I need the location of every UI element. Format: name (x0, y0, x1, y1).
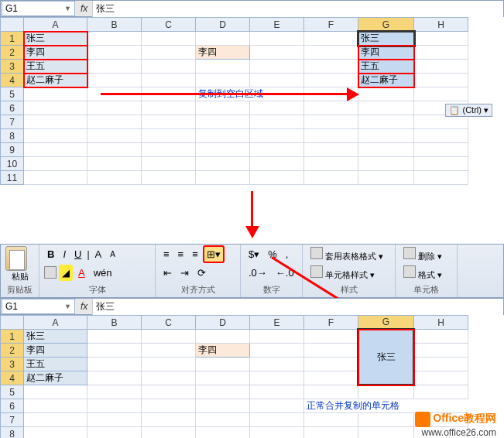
italic-button[interactable]: I (60, 246, 69, 262)
cell[interactable] (142, 344, 196, 358)
cell[interactable] (142, 60, 196, 74)
underline-button[interactable]: U (71, 246, 84, 262)
cell[interactable]: 赵二麻子 (24, 74, 87, 87)
cell[interactable] (304, 157, 358, 171)
cell[interactable] (358, 157, 414, 171)
cell[interactable] (250, 344, 304, 358)
cell[interactable] (196, 399, 250, 413)
cell[interactable] (196, 101, 250, 115)
indent-decrease-button[interactable]: ⇤ (160, 265, 175, 281)
cell[interactable] (196, 413, 250, 427)
cell[interactable] (196, 171, 250, 185)
cell[interactable] (304, 74, 358, 87)
font-grow-button[interactable]: A (92, 246, 105, 262)
cell[interactable] (87, 115, 142, 129)
cell[interactable] (24, 427, 87, 439)
col-header[interactable]: F (304, 316, 358, 330)
align-center-button[interactable]: ≡ (175, 246, 187, 262)
cell[interactable] (24, 385, 87, 399)
cell[interactable] (196, 385, 250, 399)
cell[interactable]: 李四 (196, 344, 250, 358)
cell[interactable] (414, 143, 468, 157)
cell[interactable]: 赵二麻子 (358, 74, 414, 87)
cell[interactable] (142, 46, 196, 60)
cell[interactable] (304, 358, 358, 371)
formula-input[interactable]: 张三 (92, 299, 503, 315)
row-header[interactable]: 9 (1, 143, 24, 157)
font-color-button[interactable]: A (75, 265, 88, 281)
cell[interactable] (87, 344, 142, 358)
cell[interactable] (87, 143, 142, 157)
indent-increase-button[interactable]: ⇥ (177, 265, 192, 281)
cell[interactable] (87, 74, 142, 87)
cell[interactable] (414, 129, 468, 143)
border-icon[interactable] (44, 266, 57, 279)
cell[interactable] (250, 330, 304, 344)
paste-button[interactable]: 粘贴 (5, 271, 34, 282)
cell[interactable]: 张三 (358, 32, 414, 46)
row-header[interactable]: 1 (1, 330, 24, 344)
cell[interactable] (304, 129, 358, 143)
cell[interactable] (87, 385, 142, 399)
col-header[interactable]: B (87, 18, 142, 32)
cell[interactable] (358, 171, 414, 185)
select-all[interactable] (1, 316, 24, 330)
cell[interactable] (87, 427, 142, 439)
cell[interactable] (142, 157, 196, 171)
cell[interactable] (250, 171, 304, 185)
cell[interactable] (250, 32, 304, 46)
cell[interactable] (250, 143, 304, 157)
cell[interactable] (142, 413, 196, 427)
row-header[interactable]: 4 (1, 371, 24, 385)
row-header[interactable]: 8 (1, 129, 24, 143)
cell[interactable] (196, 330, 250, 344)
increase-decimal-button[interactable]: .0→ (245, 265, 270, 281)
cell[interactable]: 张三 (24, 330, 87, 344)
cell[interactable] (250, 371, 304, 385)
cell[interactable] (304, 60, 358, 74)
select-all[interactable] (1, 18, 24, 32)
cell[interactable] (304, 101, 358, 115)
cell[interactable] (358, 101, 414, 115)
cell[interactable]: 李四 (24, 46, 87, 60)
align-left-button[interactable]: ≡ (160, 246, 173, 262)
row-header[interactable]: 2 (1, 46, 24, 60)
cell[interactable] (250, 427, 304, 439)
col-header[interactable]: G (358, 316, 414, 330)
col-header[interactable]: A (24, 316, 87, 330)
cell[interactable] (24, 143, 87, 157)
cell[interactable] (87, 358, 142, 371)
row-header[interactable]: 3 (1, 358, 24, 371)
cell[interactable] (414, 385, 468, 399)
cell[interactable] (87, 157, 142, 171)
orientation-button[interactable]: ⟳ (194, 265, 209, 281)
cell[interactable]: 张三 (24, 32, 87, 46)
cell[interactable] (196, 129, 250, 143)
cell[interactable] (414, 157, 468, 171)
cell[interactable] (358, 413, 414, 427)
cell[interactable] (250, 358, 304, 371)
cell[interactable]: 李四 (196, 46, 250, 60)
fx-icon[interactable]: fx (76, 3, 92, 14)
row-header[interactable]: 5 (1, 385, 24, 399)
cell[interactable] (196, 371, 250, 385)
row-header[interactable]: 8 (1, 427, 24, 439)
cell[interactable] (304, 385, 358, 399)
cell[interactable] (196, 60, 250, 74)
row-header[interactable]: 6 (1, 399, 24, 413)
cell[interactable] (196, 143, 250, 157)
cell-styles-button[interactable]: 单元格样式 ▾ (307, 265, 390, 282)
cell[interactable] (87, 60, 142, 74)
formula-input[interactable]: 张三 (92, 1, 503, 17)
cell[interactable] (250, 385, 304, 399)
cell[interactable] (142, 385, 196, 399)
col-header[interactable]: D (196, 18, 250, 32)
cell[interactable] (196, 74, 250, 87)
cell[interactable] (304, 344, 358, 358)
merge-center-button[interactable]: ⊞▾ (204, 246, 224, 262)
cell[interactable] (87, 129, 142, 143)
cell[interactable] (304, 371, 358, 385)
col-header[interactable]: A (24, 18, 87, 32)
cell[interactable] (250, 157, 304, 171)
currency-button[interactable]: $▾ (245, 246, 262, 262)
